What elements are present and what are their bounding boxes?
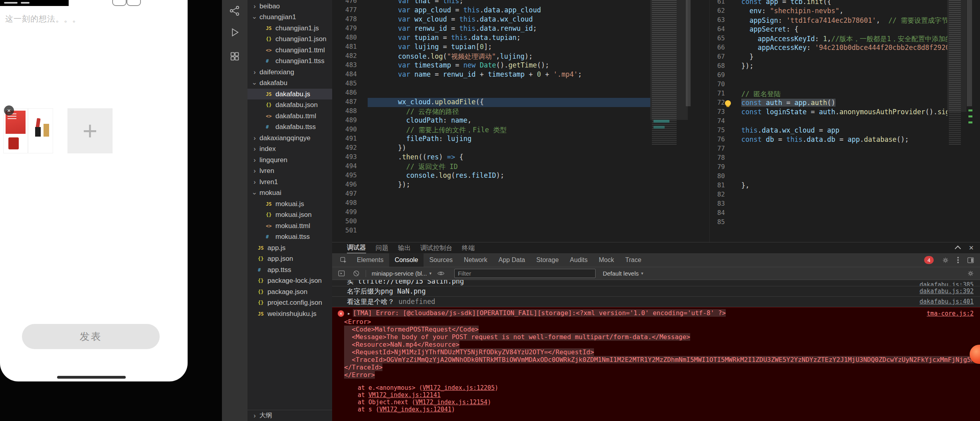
- tree-item-lvren1[interactable]: ›lvren1: [247, 177, 332, 187]
- expand-arrow-icon[interactable]: ▸: [347, 310, 350, 316]
- source-link[interactable]: dakafabu.js:385: [920, 281, 974, 286]
- tree-item-dakaxiangqingye[interactable]: ›dakaxiangqingye: [247, 133, 332, 143]
- devtools-tab-storage[interactable]: Storage: [531, 253, 564, 267]
- minimap[interactable]: [650, 0, 688, 242]
- code-line-476[interactable]: var that = this;: [368, 0, 650, 6]
- code-line-488[interactable]: // 云存储的路径: [368, 107, 650, 116]
- stack-source-link[interactable]: VM172_index.js:12041: [379, 406, 451, 413]
- code-line-481[interactable]: var lujing = tupian[0];: [368, 43, 650, 52]
- code-line-76[interactable]: const db = this.data.db = app.database()…: [734, 135, 947, 145]
- code-line-484[interactable]: var name = renwu_id + timestamp + 0 + '.…: [368, 70, 650, 79]
- code-line-77[interactable]: [734, 145, 947, 154]
- dock-side-icon[interactable]: [967, 256, 974, 264]
- devtools-tab-console[interactable]: Console: [389, 253, 424, 267]
- clear-console-icon[interactable]: [352, 270, 360, 277]
- tree-item-mokuai.ttml[interactable]: <>mokuai.ttml: [247, 220, 332, 231]
- tree-item-chuangjian1.json[interactable]: {}chuangjian1.json: [247, 34, 332, 45]
- code-line-500[interactable]: [368, 217, 650, 226]
- tree-item-weixinshujuku.js[interactable]: JSweixinshujuku.js: [247, 308, 332, 319]
- panel-tab-问题[interactable]: 问题: [376, 243, 388, 253]
- code-line-493[interactable]: .then((res) => {: [368, 153, 650, 162]
- code-line-490[interactable]: // 需要上传的文件，File 类型: [368, 125, 650, 135]
- tree-item-dakafabu[interactable]: ›dakafabu: [247, 78, 332, 89]
- devtools-tab-audits[interactable]: Audits: [564, 253, 593, 267]
- eye-icon[interactable]: [437, 270, 445, 277]
- lightbulb-icon[interactable]: [725, 100, 731, 106]
- tree-item-beibao[interactable]: ›beibao: [247, 1, 332, 12]
- code-line-82[interactable]: [734, 191, 947, 200]
- publish-button[interactable]: 发表: [22, 324, 160, 349]
- console-sidebar-icon[interactable]: [338, 270, 345, 277]
- code-line-65[interactable]: appAccessKeyId: 1,//版本，一般都是1，安全配置中添加的: [734, 34, 947, 44]
- code-line-78[interactable]: [734, 154, 947, 163]
- code-line-84[interactable]: [734, 209, 947, 218]
- code-line-70[interactable]: [734, 80, 947, 89]
- code-line-491[interactable]: filePath: lujing: [368, 135, 650, 144]
- code-line-85[interactable]: [734, 218, 947, 227]
- tree-item-dakafabu.json[interactable]: {}dakafabu.json: [247, 100, 332, 111]
- tree-item-chuangjian1.ttml[interactable]: <>chuangjian1.ttml: [247, 45, 332, 56]
- minimap[interactable]: [947, 0, 966, 242]
- code-line-67[interactable]: }: [734, 53, 947, 62]
- scrollbar-thumb[interactable]: [686, 0, 691, 106]
- code-line-63[interactable]: appSign: 'ttd1fca7414ec2b78601', // 需要设置…: [734, 16, 947, 25]
- code-line-71[interactable]: // 匿名登陆: [734, 89, 947, 99]
- code-line-480[interactable]: var tupian = this.data.tupian;: [368, 34, 650, 43]
- tree-item-dakafabu.ttml[interactable]: <>dakafabu.ttml: [247, 111, 332, 121]
- grid-icon[interactable]: [229, 51, 240, 62]
- code-lines[interactable]: const app = tcb.init({ env: "shechipin-n…: [734, 0, 947, 227]
- tree-item-package.json[interactable]: {}package.json: [247, 286, 332, 297]
- console-row[interactable]: 名字后缀为png NaN.pngdakafabu.js:392: [332, 286, 980, 297]
- panel-tab-终端[interactable]: 终端: [462, 243, 475, 253]
- stack-source-link[interactable]: VM172_index.js:12154: [416, 399, 488, 406]
- tree-item-package-lock.json[interactable]: {}package-lock.json: [247, 276, 332, 286]
- close-panel-icon[interactable]: ×: [969, 242, 974, 253]
- code-line-73[interactable]: const loginState = auth.anonymousAuthPro…: [734, 108, 947, 117]
- devtools-tab-elements[interactable]: Elements: [351, 253, 389, 267]
- code-line-501[interactable]: [368, 226, 650, 236]
- code-line-66[interactable]: appAccessKey: '94c210b0dbce444f20cbb2ec8…: [734, 44, 947, 53]
- kebab-menu-icon[interactable]: [957, 259, 959, 261]
- tree-item-chuangjian1.js[interactable]: JSchuangjian1.js: [247, 23, 332, 34]
- code-line-494[interactable]: // 返回文件 ID: [368, 162, 650, 171]
- stack-source-link[interactable]: VM172_index.js:12141: [368, 391, 441, 399]
- code-line-495[interactable]: console.log(res.fileID);: [368, 171, 650, 181]
- devtools-tab-network[interactable]: Network: [458, 253, 493, 267]
- code-line-62[interactable]: env: "shechipin-nevbs",: [734, 7, 947, 16]
- code-line-482[interactable]: console.log("视频处理调动",lujing);: [368, 52, 650, 61]
- tree-item-project.config.json[interactable]: {}project.config.json: [247, 298, 332, 308]
- tree-item-app.js[interactable]: JSapp.js: [247, 242, 332, 253]
- tree-item-lingquren[interactable]: ›lingquren: [247, 155, 332, 165]
- code-line-74[interactable]: [734, 117, 947, 126]
- source-link[interactable]: dakafabu.js:401: [920, 298, 974, 306]
- gear-icon[interactable]: [942, 256, 949, 264]
- add-image-button[interactable]: +: [67, 108, 113, 153]
- code-line-499[interactable]: [368, 208, 650, 217]
- code-line-477[interactable]: var app_cloud = this.data.app_cloud: [368, 6, 650, 15]
- code-line-489[interactable]: cloudPath: name,: [368, 116, 650, 125]
- panel-tab-输出[interactable]: 输出: [398, 243, 411, 253]
- code-line-487[interactable]: wx_cloud.uploadFile({: [368, 98, 650, 107]
- devtools-tab-trace[interactable]: Trace: [620, 253, 647, 267]
- code-line-496[interactable]: });: [368, 181, 650, 190]
- capsule-more-button[interactable]: [112, 0, 127, 6]
- code-line-483[interactable]: var timestamp = new Date().getTime();: [368, 61, 650, 70]
- console-error-block[interactable]: ×▸[TMA] Error: [@cloudbase/js-sdk][OPERA…: [332, 307, 980, 421]
- panel-tab-调试控制台[interactable]: 调试控制台: [420, 243, 452, 253]
- stack-source-link[interactable]: VM172_index.js:12205: [423, 384, 495, 391]
- error-count-badge[interactable]: 4: [924, 256, 934, 264]
- console-row[interactable]: 实 ttfile://temp/15 Satin.pngdakafabu.js:…: [332, 280, 980, 286]
- code-line-64[interactable]: appSecret: {: [734, 25, 947, 34]
- code-line-486[interactable]: [368, 89, 650, 98]
- gear-icon[interactable]: [967, 270, 974, 277]
- tree-item-mokuai.js[interactable]: JSmokuai.js: [247, 199, 332, 209]
- source-link[interactable]: dakafabu.js:392: [920, 287, 974, 296]
- capsule-close-button[interactable]: [127, 0, 141, 6]
- nodes-icon[interactable]: [229, 5, 240, 16]
- code-line-83[interactable]: [734, 200, 947, 209]
- tree-item-daifenxiang[interactable]: ›daifenxiang: [247, 67, 332, 77]
- js-context-selector[interactable]: miniapp-service (bl... ▾: [372, 270, 432, 277]
- code-line-497[interactable]: [368, 190, 650, 199]
- thought-input[interactable]: 这一刻的想法。。。: [5, 14, 81, 24]
- code-line-479[interactable]: var renwu_id = this.data.renwu_id;: [368, 24, 650, 34]
